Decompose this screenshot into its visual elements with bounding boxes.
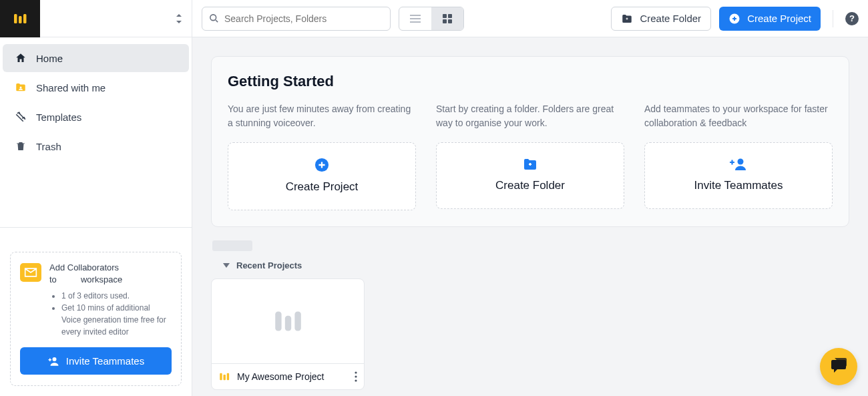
svg-rect-21 bbox=[224, 375, 226, 380]
create-project-button[interactable]: Create Project bbox=[719, 7, 821, 31]
main: Create Folder Create Project ? Getting S… bbox=[192, 0, 868, 396]
gs-column-invite: Add teammates to your workspace for fast… bbox=[644, 102, 833, 210]
chevron-up-down-icon bbox=[174, 13, 184, 25]
collab-bullet: Get 10 mins of additional Voice generati… bbox=[61, 302, 172, 338]
project-thumbnail bbox=[212, 279, 364, 363]
search-input-wrapper[interactable] bbox=[202, 7, 391, 31]
invite-button-label: Invite Teammates bbox=[66, 355, 144, 367]
svg-rect-22 bbox=[227, 373, 229, 381]
collab-line1: Add Collaborators bbox=[49, 262, 119, 272]
caret-down-icon bbox=[223, 263, 230, 268]
sidebar-item-home[interactable]: Home bbox=[3, 44, 189, 72]
app-logo[interactable] bbox=[0, 0, 40, 37]
gs-desc: Add teammates to your workspace for fast… bbox=[644, 102, 833, 130]
project-card[interactable]: My Awesome Project bbox=[211, 278, 365, 390]
more-vertical-icon bbox=[355, 371, 357, 382]
project-title: My Awesome Project bbox=[237, 371, 348, 382]
chat-icon bbox=[829, 358, 848, 375]
svg-rect-13 bbox=[448, 19, 452, 23]
murf-logo-icon bbox=[271, 305, 304, 338]
svg-point-25 bbox=[355, 379, 357, 381]
svg-point-6 bbox=[210, 15, 216, 21]
collaborators-card: Add Collaborators to workspace 1 of 3 ed… bbox=[10, 252, 182, 386]
trash-icon bbox=[15, 140, 27, 152]
loading-placeholder bbox=[212, 240, 252, 251]
gs-desc: Start by creating a folder. Folders are … bbox=[436, 102, 624, 130]
svg-rect-0 bbox=[14, 14, 17, 23]
recent-projects-header[interactable]: Recent Projects bbox=[211, 260, 849, 270]
collab-bullet: 1 of 3 editors used. bbox=[61, 290, 172, 302]
folder-add-icon bbox=[522, 158, 538, 171]
svg-rect-1 bbox=[19, 16, 22, 23]
topbar: Create Folder Create Project ? bbox=[192, 0, 868, 37]
svg-rect-19 bbox=[294, 311, 300, 331]
search-input[interactable] bbox=[224, 13, 383, 24]
plus-circle-icon bbox=[728, 13, 740, 25]
topbar-divider bbox=[833, 10, 833, 27]
sidebar-item-label: Home bbox=[36, 53, 63, 64]
svg-point-24 bbox=[355, 375, 357, 377]
content: Getting Started You are just few minutes… bbox=[192, 37, 868, 396]
murf-logo-icon bbox=[12, 11, 28, 27]
collab-line2-prefix: to bbox=[49, 274, 57, 284]
create-folder-button[interactable]: Create Folder bbox=[611, 7, 711, 31]
getting-started-title: Getting Started bbox=[228, 73, 833, 90]
list-view-button[interactable] bbox=[399, 7, 431, 30]
sidebar-item-templates[interactable]: Templates bbox=[3, 103, 189, 131]
svg-rect-12 bbox=[443, 19, 447, 23]
gs-create-project-card[interactable]: Create Project bbox=[228, 142, 416, 210]
list-icon bbox=[410, 15, 421, 23]
help-button[interactable]: ? bbox=[845, 12, 859, 25]
create-folder-label: Create Folder bbox=[640, 13, 701, 24]
svg-rect-11 bbox=[448, 14, 452, 18]
sidebar: Home Shared with me Templates Trash bbox=[0, 0, 192, 396]
person-add-icon bbox=[47, 357, 59, 366]
sidebar-item-label: Shared with me bbox=[36, 82, 105, 93]
gs-card-label: Create Project bbox=[286, 180, 359, 194]
question-mark-icon: ? bbox=[849, 13, 855, 23]
gs-column-folder: Start by creating a folder. Folders are … bbox=[436, 102, 624, 210]
workspace-selector[interactable] bbox=[40, 13, 192, 25]
sidebar-nav: Home Shared with me Templates Trash bbox=[0, 37, 192, 167]
svg-rect-17 bbox=[275, 311, 281, 331]
person-add-icon bbox=[730, 158, 747, 171]
gs-card-label: Invite Teammates bbox=[694, 179, 783, 192]
svg-rect-2 bbox=[23, 14, 27, 23]
collab-line2-suffix: workspace bbox=[81, 274, 122, 284]
gs-desc: You are just few minutes away from creat… bbox=[228, 102, 416, 130]
sidebar-item-label: Templates bbox=[36, 112, 81, 123]
project-more-button[interactable] bbox=[355, 371, 357, 382]
murf-logo-icon bbox=[218, 371, 230, 383]
shared-folder-icon bbox=[15, 81, 27, 93]
svg-rect-18 bbox=[285, 316, 291, 331]
mail-icon bbox=[20, 263, 41, 282]
plus-circle-icon bbox=[314, 158, 329, 172]
templates-icon bbox=[15, 111, 27, 123]
svg-point-5 bbox=[52, 357, 56, 361]
getting-started-panel: Getting Started You are just few minutes… bbox=[211, 56, 849, 227]
sidebar-item-shared[interactable]: Shared with me bbox=[3, 73, 189, 102]
grid-view-button[interactable] bbox=[431, 7, 463, 30]
sidebar-item-label: Trash bbox=[36, 141, 61, 152]
grid-icon bbox=[443, 14, 452, 23]
svg-point-3 bbox=[20, 87, 22, 89]
invite-teammates-button[interactable]: Invite Teammates bbox=[20, 347, 172, 375]
svg-point-16 bbox=[738, 159, 744, 165]
sidebar-header bbox=[0, 0, 192, 37]
search-icon bbox=[209, 13, 219, 23]
svg-point-23 bbox=[355, 371, 357, 373]
view-toggle bbox=[399, 7, 464, 31]
gs-create-folder-card[interactable]: Create Folder bbox=[436, 142, 624, 209]
svg-rect-20 bbox=[220, 373, 222, 381]
gs-invite-teammates-card[interactable]: Invite Teammates bbox=[644, 142, 833, 209]
home-icon bbox=[15, 52, 27, 64]
chat-fab[interactable] bbox=[820, 348, 857, 385]
recent-projects-label: Recent Projects bbox=[236, 260, 302, 270]
create-project-label: Create Project bbox=[747, 13, 811, 24]
svg-rect-10 bbox=[443, 14, 447, 18]
gs-column-project: You are just few minutes away from creat… bbox=[228, 102, 416, 210]
folder-add-icon bbox=[621, 13, 633, 24]
collab-text: Add Collaborators to workspace 1 of 3 ed… bbox=[49, 262, 172, 338]
sidebar-item-trash[interactable]: Trash bbox=[3, 132, 189, 160]
gs-card-label: Create Folder bbox=[495, 179, 565, 192]
